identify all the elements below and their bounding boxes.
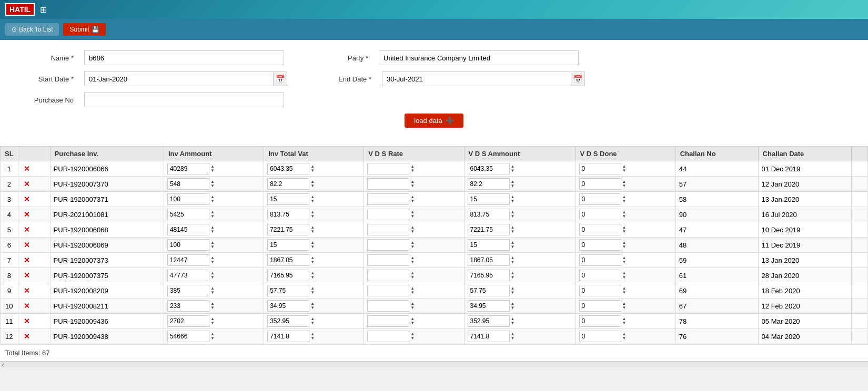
inv-amount-spinner[interactable]: ▲ ▼ — [210, 210, 215, 219]
vds-amount-spinner[interactable]: ▲ ▼ — [511, 195, 515, 203]
vds-amount-spinner[interactable]: ▲ ▼ — [511, 256, 515, 264]
vds-done-input[interactable] — [579, 239, 621, 251]
down-arrow[interactable]: ▼ — [511, 291, 515, 295]
vds-rate-spinner[interactable]: ▲ ▼ — [410, 241, 415, 249]
down-arrow[interactable]: ▼ — [210, 169, 215, 173]
vds-rate-input[interactable] — [367, 270, 409, 281]
vds-rate-input[interactable] — [367, 193, 409, 205]
down-arrow[interactable]: ▼ — [511, 184, 515, 188]
inv-total-vat-spinner[interactable]: ▲ ▼ — [310, 180, 315, 188]
down-arrow[interactable]: ▼ — [310, 214, 315, 219]
submit-button[interactable]: Submit 💾 — [63, 23, 105, 36]
vds-amount-spinner[interactable]: ▲ ▼ — [511, 225, 515, 234]
delete-cell[interactable]: ✕ — [18, 177, 50, 192]
down-arrow[interactable]: ▼ — [210, 275, 215, 280]
delete-cell[interactable]: ✕ — [18, 253, 50, 268]
down-arrow[interactable]: ▼ — [310, 199, 315, 203]
down-arrow[interactable]: ▼ — [622, 169, 627, 173]
vds-amount-input[interactable] — [468, 193, 510, 205]
inv-total-vat-spinner[interactable]: ▲ ▼ — [310, 241, 315, 249]
vds-amount-input[interactable] — [468, 178, 510, 190]
vds-rate-input[interactable] — [367, 239, 409, 251]
vds-done-spinner[interactable]: ▲ ▼ — [622, 195, 627, 203]
vds-rate-spinner[interactable]: ▲ ▼ — [410, 195, 415, 203]
inv-amount-spinner[interactable]: ▲ ▼ — [210, 241, 215, 249]
vds-amount-input[interactable] — [468, 254, 510, 266]
delete-cell[interactable]: ✕ — [18, 207, 50, 222]
vds-done-spinner[interactable]: ▲ ▼ — [622, 210, 627, 219]
purchase-no-input[interactable] — [84, 92, 284, 107]
down-arrow[interactable]: ▼ — [410, 214, 415, 219]
vds-done-input[interactable] — [579, 331, 621, 342]
inv-total-vat-input[interactable] — [267, 270, 309, 281]
delete-row-button[interactable]: ✕ — [22, 332, 32, 341]
inv-total-vat-spinner[interactable]: ▲ ▼ — [310, 286, 315, 295]
vds-rate-spinner[interactable]: ▲ ▼ — [410, 332, 415, 341]
down-arrow[interactable]: ▼ — [410, 260, 415, 264]
vds-rate-input[interactable] — [367, 285, 409, 296]
vds-done-spinner[interactable]: ▲ ▼ — [622, 271, 627, 280]
down-arrow[interactable]: ▼ — [511, 336, 515, 341]
down-arrow[interactable]: ▼ — [622, 275, 627, 280]
start-date-calendar-icon[interactable]: 📅 — [274, 71, 287, 86]
down-arrow[interactable]: ▼ — [511, 230, 515, 234]
inv-amount-spinner[interactable]: ▲ ▼ — [210, 286, 215, 295]
delete-row-button[interactable]: ✕ — [22, 164, 32, 173]
down-arrow[interactable]: ▼ — [310, 291, 315, 295]
down-arrow[interactable]: ▼ — [410, 321, 415, 325]
delete-cell[interactable]: ✕ — [18, 268, 50, 283]
down-arrow[interactable]: ▼ — [410, 245, 415, 249]
inv-amount-input[interactable] — [167, 178, 209, 190]
inv-amount-input[interactable] — [167, 270, 209, 281]
inv-amount-input[interactable] — [167, 315, 209, 327]
inv-amount-input[interactable] — [167, 331, 209, 342]
inv-amount-spinner[interactable]: ▲ ▼ — [210, 195, 215, 203]
vds-rate-spinner[interactable]: ▲ ▼ — [410, 286, 415, 295]
down-arrow[interactable]: ▼ — [310, 306, 315, 310]
down-arrow[interactable]: ▼ — [511, 169, 515, 173]
down-arrow[interactable]: ▼ — [622, 306, 627, 310]
delete-cell[interactable]: ✕ — [18, 222, 50, 238]
delete-row-button[interactable]: ✕ — [22, 317, 32, 325]
inv-total-vat-input[interactable] — [267, 300, 309, 312]
down-arrow[interactable]: ▼ — [210, 199, 215, 203]
vds-done-input[interactable] — [579, 285, 621, 296]
name-input[interactable] — [84, 50, 284, 65]
inv-total-vat-input[interactable] — [267, 254, 309, 266]
vds-rate-input[interactable] — [367, 224, 409, 235]
vds-amount-spinner[interactable]: ▲ ▼ — [511, 302, 515, 310]
vds-rate-input[interactable] — [367, 331, 409, 342]
down-arrow[interactable]: ▼ — [410, 169, 415, 173]
delete-cell[interactable]: ✕ — [18, 238, 50, 253]
vds-done-input[interactable] — [579, 178, 621, 190]
vds-amount-spinner[interactable]: ▲ ▼ — [511, 241, 515, 249]
inv-amount-spinner[interactable]: ▲ ▼ — [210, 332, 215, 341]
inv-amount-input[interactable] — [167, 285, 209, 296]
inv-total-vat-input[interactable] — [267, 193, 309, 205]
down-arrow[interactable]: ▼ — [210, 214, 215, 219]
inv-amount-input[interactable] — [167, 300, 209, 312]
delete-row-button[interactable]: ✕ — [22, 302, 32, 310]
inv-amount-spinner[interactable]: ▲ ▼ — [210, 225, 215, 234]
inv-amount-spinner[interactable]: ▲ ▼ — [210, 271, 215, 280]
down-arrow[interactable]: ▼ — [622, 230, 627, 234]
inv-amount-spinner[interactable]: ▲ ▼ — [210, 302, 215, 310]
vds-amount-input[interactable] — [468, 224, 510, 235]
down-arrow[interactable]: ▼ — [622, 214, 627, 219]
vds-done-spinner[interactable]: ▲ ▼ — [622, 225, 627, 234]
end-date-input[interactable] — [382, 71, 571, 86]
vds-amount-input[interactable] — [468, 239, 510, 251]
down-arrow[interactable]: ▼ — [210, 336, 215, 341]
down-arrow[interactable]: ▼ — [511, 275, 515, 280]
vds-rate-spinner[interactable]: ▲ ▼ — [410, 271, 415, 280]
vds-done-input[interactable] — [579, 193, 621, 205]
inv-total-vat-input[interactable] — [267, 239, 309, 251]
vds-amount-spinner[interactable]: ▲ ▼ — [511, 271, 515, 280]
down-arrow[interactable]: ▼ — [210, 245, 215, 249]
vds-done-input[interactable] — [579, 315, 621, 327]
down-arrow[interactable]: ▼ — [310, 230, 315, 234]
vds-amount-spinner[interactable]: ▲ ▼ — [511, 332, 515, 341]
down-arrow[interactable]: ▼ — [410, 306, 415, 310]
delete-cell[interactable]: ✕ — [18, 329, 50, 344]
inv-amount-spinner[interactable]: ▲ ▼ — [210, 164, 215, 173]
